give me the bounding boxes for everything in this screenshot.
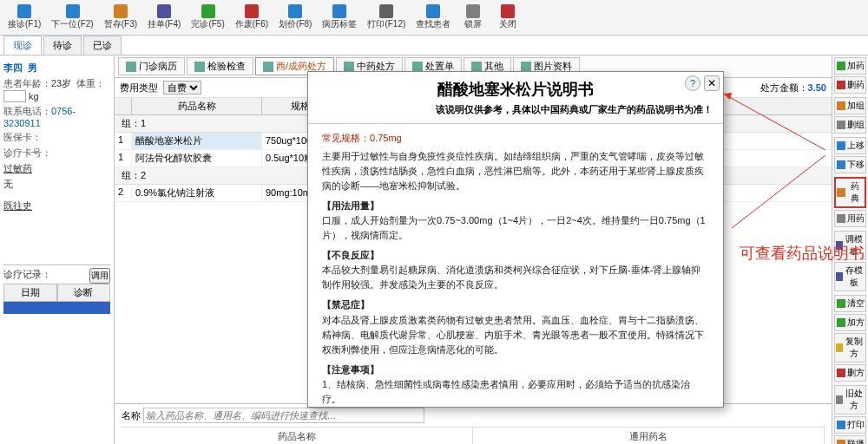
tab-待诊[interactable]: 待诊: [43, 36, 82, 55]
visit-tabs: 现诊待诊已诊: [0, 36, 868, 56]
toolbar-完诊(F5)[interactable]: 完诊(F5): [187, 2, 228, 33]
diag-selected-row[interactable]: [3, 302, 110, 314]
svg-line-0: [723, 94, 825, 150]
drug-manual-popup: ? ✕ 醋酸地塞米松片说明书 该说明仅供参考，具体以中国药典或厂家生产的药品说明…: [307, 71, 724, 408]
pay-type-select[interactable]: 自费: [163, 81, 201, 95]
action-药典[interactable]: 药典: [834, 177, 866, 208]
tab-已诊[interactable]: 已诊: [83, 36, 122, 55]
drug-search-bar: 名称 药品名称通用药名: [115, 403, 832, 444]
toolbar-锁屏[interactable]: 锁屏: [457, 2, 490, 33]
action-联播[interactable]: 联播: [834, 435, 866, 444]
action-旧处方[interactable]: 旧处方: [834, 385, 866, 415]
action-加药[interactable]: 加药: [834, 57, 866, 75]
action-删方[interactable]: 删方: [834, 364, 866, 382]
toolbar-下一位(F2)[interactable]: 下一位(F2): [47, 2, 97, 33]
subtab-检验检查[interactable]: 检验检查: [187, 57, 253, 75]
annotation-text: 可查看药品说明书: [740, 243, 865, 264]
toolbar-打印(F12)[interactable]: 打印(F12): [363, 2, 410, 33]
action-复制方[interactable]: 复制方: [834, 333, 866, 362]
svg-line-1: [732, 155, 825, 228]
weight-input[interactable]: [3, 90, 26, 102]
action-清空[interactable]: 清空: [834, 295, 866, 312]
toolbar-暂存(F3)[interactable]: 暂存(F3): [100, 2, 141, 33]
toolbar-关闭[interactable]: 关闭: [491, 2, 524, 33]
toolbar-接诊(F1)[interactable]: 接诊(F1): [3, 2, 45, 33]
action-删组[interactable]: 删组: [834, 116, 866, 134]
help-icon[interactable]: ?: [685, 75, 700, 91]
svg-marker-2: [723, 93, 732, 100]
drug-search-input[interactable]: [143, 408, 424, 423]
action-上移[interactable]: 上移: [834, 137, 866, 154]
main-toolbar: 接诊(F1)下一位(F2)暂存(F3)挂单(F4)完诊(F5)作废(F6)划价(…: [0, 0, 868, 36]
subtab-门诊病历[interactable]: 门诊病历: [118, 57, 185, 75]
toolbar-挂单(F4)[interactable]: 挂单(F4): [143, 2, 185, 33]
action-加方[interactable]: 加方: [834, 314, 866, 331]
tab-现诊[interactable]: 现诊: [3, 36, 42, 55]
action-存模板[interactable]: 存模板: [834, 262, 866, 291]
close-icon[interactable]: ✕: [704, 75, 720, 91]
popup-content: 常见规格：0.75mg 主要用于过敏性与自身免疫性炎症性疾病。如结缔组织病，严重…: [308, 124, 723, 407]
action-下移[interactable]: 下移: [834, 156, 866, 173]
toolbar-查找患者[interactable]: 查找患者: [411, 2, 455, 33]
toolbar-作废(F6)[interactable]: 作废(F6): [231, 2, 273, 33]
action-用药[interactable]: 用药: [834, 210, 866, 227]
toolbar-划价(F8)[interactable]: 划价(F8): [274, 2, 316, 33]
toolbar-病历标签[interactable]: 病历标签: [318, 2, 361, 33]
action-删药[interactable]: 删药: [834, 76, 866, 94]
patient-name: 李四: [3, 62, 23, 73]
call-button[interactable]: 调用: [89, 268, 110, 284]
action-加组[interactable]: 加组: [834, 97, 866, 114]
action-打印[interactable]: 打印: [834, 416, 866, 434]
patient-panel: 李四 男 患者年龄：23岁 体重： kg 联系电话：0756-3230911 医…: [0, 56, 115, 444]
patient-sex: 男: [28, 62, 37, 73]
